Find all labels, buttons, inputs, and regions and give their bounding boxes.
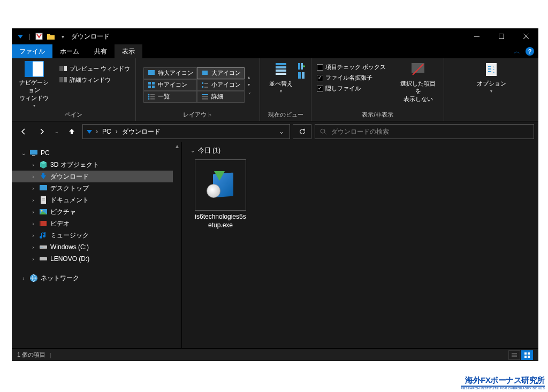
layout-small[interactable]: 小アイコン — [197, 79, 245, 91]
breadcrumb-downloads[interactable]: ダウンロード — [120, 127, 163, 136]
add-columns-icon[interactable] — [297, 62, 306, 71]
svg-rect-6 — [64, 66, 67, 71]
recent-button[interactable]: ⌄ — [52, 124, 61, 139]
svg-rect-0 — [36, 33, 42, 40]
gallery-down-icon[interactable]: ▾ — [247, 81, 253, 88]
watermark: 海外FXボーナス研究所 RESEARCH INSTITUTE FOR OVERS… — [461, 375, 545, 390]
properties-icon[interactable] — [35, 32, 43, 41]
file-item[interactable]: is6technologies5setup.exe — [194, 159, 247, 229]
svg-rect-31 — [276, 73, 286, 75]
maximize-button[interactable] — [489, 28, 514, 44]
layout-gallery[interactable]: 特大アイコン 大アイコン 中アイコン 小アイコン 一覧 詳細 — [143, 67, 245, 103]
svg-rect-7 — [59, 77, 63, 82]
details-view-toggle[interactable] — [508, 350, 520, 360]
gallery-up-icon[interactable]: ▴ — [247, 74, 253, 81]
collapse-ribbon-icon[interactable]: ︿ — [514, 47, 520, 56]
layout-extra-large[interactable]: 特大アイコン — [143, 67, 197, 79]
chevron-right-icon[interactable]: › — [20, 275, 27, 281]
nav-pane-button[interactable]: ナビゲーション ウィンドウ ▾ — [14, 60, 55, 110]
xl-icon — [147, 69, 156, 78]
tree-pc[interactable]: ⌄ PC — [12, 147, 181, 159]
options-button[interactable]: オプション ▾ — [474, 60, 509, 96]
details-pane-button[interactable]: 詳細ウィンドウ — [56, 74, 133, 85]
breadcrumb-box[interactable]: › PC › ダウンロード ⌄ — [82, 124, 290, 139]
refresh-button[interactable] — [293, 124, 311, 139]
gallery-more-icon[interactable]: ⌄ — [247, 89, 253, 96]
up-button[interactable] — [64, 124, 79, 139]
close-button[interactable] — [514, 28, 538, 44]
layout-details[interactable]: 詳細 — [197, 91, 245, 103]
help-icon[interactable]: ? — [526, 47, 534, 56]
title-bar: | ▾ ダウンロード — [12, 28, 538, 44]
chevron-down-icon: ▾ — [280, 89, 282, 94]
layout-large[interactable]: 大アイコン — [197, 67, 245, 79]
forward-button[interactable] — [34, 124, 49, 139]
preview-pane-icon — [59, 64, 67, 73]
tree-3d-objects[interactable]: ›3D オブジェクト — [12, 159, 181, 171]
preview-pane-button[interactable]: プレビュー ウィンドウ — [56, 63, 133, 74]
chevron-right-icon[interactable]: › — [30, 186, 36, 191]
ribbon-tabs: ファイル ホーム 共有 表示 ︿ ? — [12, 44, 538, 58]
sort-button[interactable]: 並べ替え ▾ — [266, 60, 296, 96]
layout-medium[interactable]: 中アイコン — [143, 79, 197, 91]
tab-file[interactable]: ファイル — [12, 44, 52, 58]
navigation-tree[interactable]: ⌄ PC ›3D オブジェクト ›ダウンロード ›デスクトップ ›ドキュメント … — [12, 142, 182, 348]
chevron-right-icon[interactable]: › — [30, 256, 36, 262]
search-box[interactable]: ダウンロードの検索 — [315, 124, 534, 139]
chevron-right-icon[interactable]: › — [30, 209, 36, 215]
status-bar: 1 個の項目 | — [12, 348, 538, 361]
tree-drive-c[interactable]: ›Windows (C:) — [12, 241, 181, 253]
chevron-right-icon[interactable]: › — [30, 174, 36, 180]
tree-scrollbar[interactable]: ▴ — [173, 142, 181, 348]
svg-rect-12 — [152, 82, 155, 84]
chevron-right-icon[interactable]: › — [116, 128, 118, 135]
chevron-right-icon[interactable]: › — [30, 233, 36, 239]
tree-pictures[interactable]: ›ピクチャ — [12, 206, 181, 218]
ribbon: ナビゲーション ウィンドウ ▾ プレビュー ウィンドウ 詳細ウィンドウ ペイン — [12, 58, 538, 121]
scroll-up-icon[interactable]: ▴ — [173, 142, 181, 150]
tree-drive-d[interactable]: ›LENOVO (D:) — [12, 253, 181, 265]
group-header-today[interactable]: ⌄ 今日 (1) — [191, 146, 530, 155]
folder-icon[interactable] — [47, 32, 55, 41]
tab-view[interactable]: 表示 — [115, 44, 142, 58]
svg-rect-32 — [298, 63, 300, 70]
tree-music[interactable]: ›ミュージック — [12, 229, 181, 241]
chevron-right-icon[interactable]: › — [96, 128, 98, 135]
chevron-right-icon[interactable]: › — [30, 221, 36, 227]
item-checkboxes-toggle[interactable]: 項目チェック ボックス — [314, 62, 389, 72]
tab-share[interactable]: 共有 — [87, 44, 115, 58]
chevron-down-icon[interactable]: ⌄ — [20, 150, 27, 156]
svg-rect-30 — [276, 70, 286, 72]
hide-selected-button[interactable]: 選択した項目を 表示しない — [394, 60, 442, 104]
svg-rect-49 — [40, 221, 47, 226]
tree-downloads[interactable]: ›ダウンロード — [12, 171, 181, 182]
hidden-files-toggle[interactable]: 隠しファイル — [314, 83, 389, 94]
tree-documents[interactable]: ›ドキュメント — [12, 194, 181, 206]
file-ext-toggle[interactable]: ファイル名拡張子 — [314, 73, 389, 83]
icons-view-toggle[interactable] — [521, 350, 533, 360]
tab-home[interactable]: ホーム — [52, 44, 87, 58]
address-dropdown-icon[interactable]: ⌄ — [276, 128, 287, 135]
size-columns-icon[interactable] — [297, 71, 306, 80]
layout-list[interactable]: 一覧 — [143, 91, 197, 103]
svg-rect-43 — [40, 185, 47, 190]
chevron-right-icon[interactable]: › — [30, 197, 36, 203]
tree-videos[interactable]: ›ビデオ — [12, 218, 181, 229]
file-list[interactable]: ⌄ 今日 (1) is6technologies5setup.exe — [182, 142, 538, 348]
tree-desktop[interactable]: ›デスクトップ — [12, 182, 181, 194]
back-button[interactable] — [16, 124, 31, 139]
tree-network[interactable]: › ネットワーク — [12, 272, 181, 284]
music-icon — [39, 230, 48, 240]
chevron-right-icon[interactable]: › — [30, 162, 36, 168]
chevron-down-icon[interactable]: ⌄ — [191, 148, 195, 153]
down-arrow-icon[interactable] — [16, 32, 25, 41]
breadcrumb-pc[interactable]: PC — [100, 128, 113, 135]
window-title: ダウンロード — [71, 32, 110, 41]
chevron-right-icon[interactable]: › — [30, 244, 36, 250]
svg-rect-61 — [524, 356, 527, 358]
details-pane-icon — [59, 75, 67, 84]
svg-point-21 — [148, 98, 149, 99]
cube-icon — [39, 160, 48, 170]
minimize-button[interactable] — [465, 28, 489, 44]
customize-qat-icon[interactable]: ▾ — [58, 32, 67, 41]
